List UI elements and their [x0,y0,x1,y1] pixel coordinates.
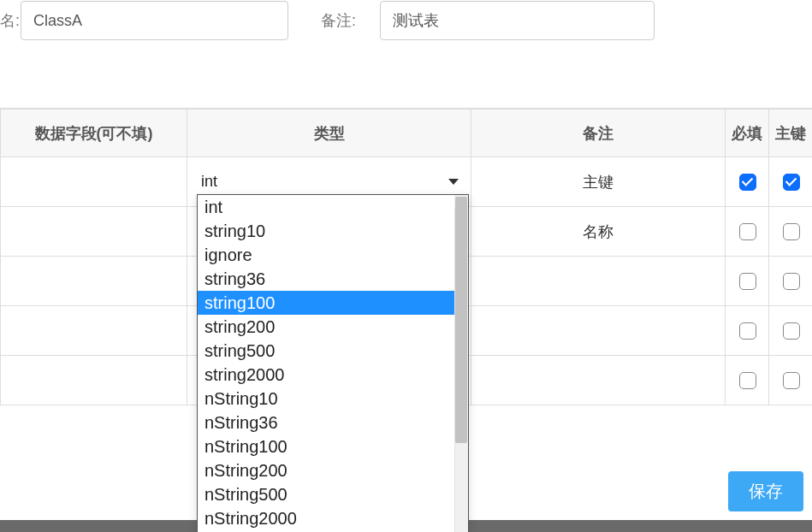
header-form: 名: 备注: [0,0,812,41]
type-select-value: int [201,173,217,191]
chevron-down-icon [448,179,459,185]
remark-input[interactable] [380,1,655,40]
cell-dbfield[interactable] [1,356,187,405]
required-checkbox[interactable] [739,372,756,389]
required-checkbox[interactable] [739,322,756,340]
pk-checkbox[interactable] [783,273,800,290]
type-select[interactable]: int [191,168,467,196]
cell-dbfield[interactable] [1,157,187,207]
cell-remark[interactable] [471,356,726,405]
required-checkbox[interactable] [739,273,756,290]
save-button[interactable]: 保存 [728,471,803,511]
pk-checkbox[interactable] [783,372,800,389]
name-label: 名: [0,10,23,31]
cell-pk [769,356,813,405]
cell-required [726,356,769,405]
dropdown-option[interactable]: nString10 [198,387,468,411]
cell-required [726,306,769,356]
cell-remark[interactable]: 主键 [471,157,726,207]
dropdown-option[interactable]: ignore [198,243,468,267]
dropdown-option[interactable]: nString2000 [198,506,468,530]
cell-dbfield[interactable] [1,257,187,306]
dropdown-option[interactable]: nString36 [198,411,468,434]
dropdown-option[interactable]: string100 [198,291,468,315]
remark-label: 备注: [317,10,359,31]
pk-checkbox[interactable] [783,174,800,191]
th-required: 必填 [726,109,769,157]
dropdown-option[interactable]: int [198,195,468,219]
pk-checkbox[interactable] [783,322,800,340]
cell-pk [769,157,813,207]
dropdown-option[interactable]: nString200 [198,458,468,482]
cell-pk [769,257,813,306]
th-type: 类型 [187,109,471,157]
cell-required [726,207,769,257]
dropdown-option[interactable]: string10 [198,219,468,243]
cell-required [726,157,769,207]
scrollbar-thumb[interactable] [455,197,467,443]
type-dropdown-list: intstring10ignorestring36string100string… [198,195,468,532]
dropdown-option[interactable]: nString500 [198,482,468,506]
th-pk: 主键 [769,109,813,157]
dropdown-scrollbar[interactable] [454,195,468,532]
required-checkbox[interactable] [739,174,756,191]
name-input[interactable] [21,1,288,40]
cell-dbfield[interactable] [1,306,187,356]
cell-required [726,257,769,306]
cell-dbfield[interactable] [1,207,187,257]
dropdown-option[interactable]: string500 [198,339,468,363]
cell-remark[interactable] [471,257,726,306]
cell-remark[interactable]: 名称 [471,207,726,257]
dropdown-option[interactable]: string200 [198,315,468,339]
dropdown-option[interactable]: string36 [198,267,468,291]
type-dropdown[interactable]: intstring10ignorestring36string100string… [197,194,469,532]
required-checkbox[interactable] [739,223,756,240]
table-header-row: 数据字段(可不填) 类型 备注 必填 主键 [1,109,813,157]
cell-remark[interactable] [471,306,726,356]
th-dbfield: 数据字段(可不填) [1,109,187,157]
th-remark: 备注 [471,109,726,157]
pk-checkbox[interactable] [783,223,800,240]
dropdown-option[interactable]: string2000 [198,363,468,387]
cell-pk [769,306,813,356]
dropdown-option[interactable]: nString100 [198,434,468,458]
cell-pk [769,207,813,257]
